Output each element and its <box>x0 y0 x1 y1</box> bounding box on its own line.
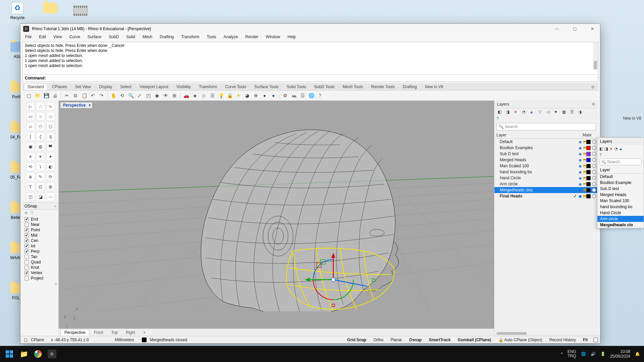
minimize-button[interactable]: — <box>551 25 562 33</box>
visibility-icon[interactable]: ◉ <box>579 182 582 186</box>
delete-icon[interactable]: ✕ <box>609 146 613 151</box>
web-icon[interactable]: 🌐 <box>308 92 315 99</box>
tool-21[interactable]: ⊕ <box>26 172 35 181</box>
battery-icon[interactable]: 🔋 <box>600 352 605 356</box>
menu-solid[interactable]: Solid <box>125 34 137 41</box>
layer-color-swatch[interactable] <box>586 140 591 144</box>
redo-icon[interactable]: ↷ <box>98 92 105 99</box>
desktop-icon-video[interactable] <box>67 4 94 18</box>
tab-mesh-tools[interactable]: Mesh Tools <box>339 83 367 90</box>
osnap-mid[interactable]: Mid <box>24 233 56 238</box>
layer-color-swatch[interactable] <box>586 164 591 168</box>
tab-render-tools[interactable]: Render Tools <box>367 83 398 90</box>
tool-2[interactable]: ∿ <box>46 102 55 111</box>
osnap-quad[interactable]: Quad <box>24 259 56 265</box>
osnap-checkbox[interactable] <box>24 223 29 227</box>
menu-mesh[interactable]: Mesh <box>141 34 154 41</box>
osnap-checkbox[interactable] <box>24 244 29 248</box>
help-icon[interactable]: ? <box>316 92 324 99</box>
undo-icon[interactable]: ↶ <box>89 92 97 99</box>
tool-8[interactable]: ⬡ <box>46 122 55 131</box>
tab-viewport-layout[interactable]: Viewport Layout <box>136 83 172 90</box>
tool-4[interactable]: ○ <box>36 112 45 121</box>
volume-icon[interactable]: 🔊 <box>591 352 596 356</box>
tab-display[interactable]: Display <box>95 83 116 90</box>
view-tab-front[interactable]: Front <box>91 329 107 336</box>
osnap-knot[interactable]: Knot <box>24 265 56 270</box>
layers-search[interactable]: 🔍 Search <box>496 123 596 130</box>
sphere-icon[interactable]: ◔ <box>521 110 527 114</box>
status-ortho[interactable]: Ortho <box>370 338 387 342</box>
view-tab-perspective[interactable]: Perspective <box>61 329 89 336</box>
lock-icon[interactable]: ⬒ <box>583 146 586 150</box>
set-cplane-icon[interactable]: ◇ <box>200 92 207 99</box>
layer-row[interactable]: Mergedheads clos◉⬒ <box>494 187 598 193</box>
osnap-perp[interactable]: Perp <box>24 249 56 254</box>
menu-transform[interactable]: Transform <box>180 34 201 41</box>
status-record-history[interactable]: Record History <box>546 338 580 342</box>
tab-cplanes[interactable]: CPlanes <box>48 83 71 90</box>
osnap-expand[interactable]: » <box>22 282 58 286</box>
zoom-window-icon[interactable]: ◰ <box>145 92 152 99</box>
layer-color-swatch[interactable] <box>586 176 591 180</box>
osnap-checkbox[interactable] <box>24 217 29 222</box>
4view-icon[interactable]: ⊞ <box>171 92 178 99</box>
list-icon[interactable]: ☰ <box>569 110 575 114</box>
menu-window[interactable]: Window <box>265 34 282 41</box>
current-layer-cell[interactable]: Mergedheads closed <box>147 338 191 342</box>
tool-0[interactable]: ▷ <box>26 102 35 111</box>
chrome-icon[interactable] <box>31 347 45 361</box>
osnap-project[interactable]: Project <box>24 276 56 281</box>
osnap-checkbox[interactable] <box>24 233 29 238</box>
material-swatch[interactable] <box>592 140 596 144</box>
tool-17[interactable]: ✦ <box>46 152 55 161</box>
float-help-icon[interactable]: ? <box>597 153 644 157</box>
lock-icon[interactable]: ⬒ <box>583 152 586 156</box>
visibility-icon[interactable]: ◉ <box>579 188 582 192</box>
view-tab-top[interactable]: Top <box>108 329 121 336</box>
tool-27[interactable]: ◫ <box>26 192 35 201</box>
filter-toggle[interactable] <box>593 338 598 342</box>
panel-help-icon[interactable]: ? <box>494 116 598 122</box>
columns-icon[interactable]: ▦ <box>561 110 567 114</box>
network-icon[interactable]: 🌐 <box>581 352 586 356</box>
clock[interactable]: 10:0825/06/2024 <box>610 349 630 359</box>
add-view-tab[interactable]: + <box>140 329 149 336</box>
osnap-point[interactable]: Point <box>24 227 56 233</box>
osnap-end[interactable]: End <box>24 217 56 222</box>
sun-icon[interactable]: ☀ <box>235 92 242 99</box>
status-grid-snap[interactable]: Grid Snap <box>344 338 370 342</box>
command-prompt[interactable]: Command: <box>22 75 598 82</box>
view-tab-right[interactable]: Right <box>122 329 139 336</box>
material-swatch[interactable] <box>592 164 596 168</box>
tool-6[interactable]: ▱ <box>26 122 35 131</box>
float-layer-header[interactable]: Layer <box>597 167 644 174</box>
wireframe-icon[interactable]: ⊕ <box>252 92 260 99</box>
menu-surface[interactable]: Surface <box>86 34 103 41</box>
layer-color-swatch[interactable] <box>586 146 591 150</box>
rotate-icon[interactable]: ⟲ <box>118 92 126 99</box>
current-layer-check[interactable]: ✓ <box>572 194 579 198</box>
visibility-icon[interactable]: ◉ <box>579 152 582 156</box>
float-layer-row[interactable]: Default <box>597 174 644 180</box>
tool-25[interactable]: ⊡ <box>36 182 45 191</box>
new-icon[interactable]: ▢ <box>25 92 33 99</box>
osnap-checkbox[interactable] <box>24 249 29 254</box>
cplane-cell[interactable]: CPlane <box>28 338 48 342</box>
osnap-vertex[interactable]: Vertex <box>24 270 56 276</box>
material-swatch[interactable] <box>592 194 596 198</box>
tab-subd-tools[interactable]: SubD Tools <box>311 83 338 90</box>
osnap-checkbox[interactable] <box>24 265 29 270</box>
material-swatch[interactable] <box>592 182 596 186</box>
status-auto-cplane-object-[interactable]: 🔒 Auto CPlane (Object) <box>495 338 546 342</box>
desktop-icon-folder[interactable] <box>37 1 64 15</box>
viewport[interactable]: Perspective <box>59 101 494 336</box>
tool-11[interactable]: § <box>46 132 55 141</box>
status-smarttrack[interactable]: SmartTrack <box>425 338 454 342</box>
lock-icon[interactable]: ⬒ <box>583 158 586 162</box>
tab-drafting[interactable]: Drafting <box>399 83 421 90</box>
osnap-cen[interactable]: Cen <box>24 238 56 243</box>
desktop-icon-recycle-bin[interactable]: ♻Recycle <box>4 1 31 20</box>
menu-edit[interactable]: Edit <box>38 34 47 41</box>
save-icon[interactable]: 💾 <box>43 92 50 99</box>
